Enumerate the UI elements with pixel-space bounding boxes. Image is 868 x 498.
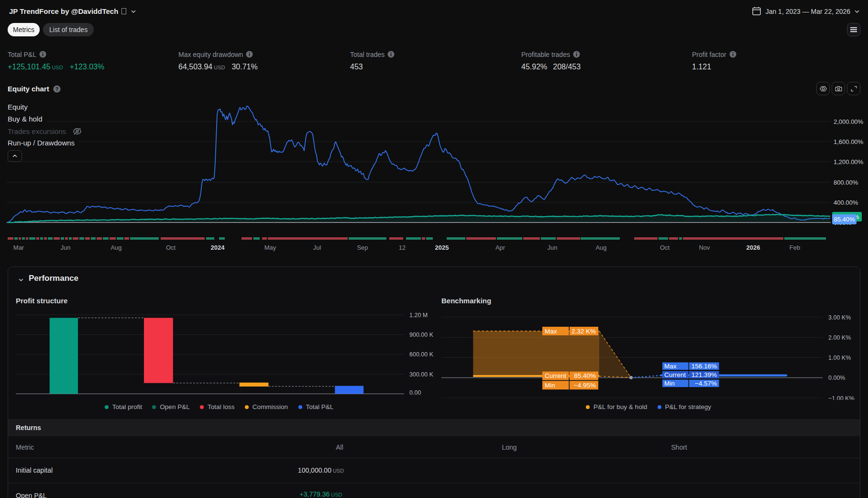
svg-text:0.00%: 0.00% xyxy=(828,375,845,381)
svg-text:Max: Max xyxy=(545,328,557,335)
svg-text:Current: Current xyxy=(545,372,566,379)
svg-text:May: May xyxy=(264,244,276,251)
svg-text:1.20 M: 1.20 M xyxy=(409,312,428,319)
svg-text:1,200.00%: 1,200.00% xyxy=(834,158,864,166)
svg-text:2,000.00%: 2,000.00% xyxy=(834,118,864,125)
svg-text:Jun: Jun xyxy=(548,244,558,251)
svg-text:Max: Max xyxy=(664,363,677,370)
svg-text:600.00 K: 600.00 K xyxy=(409,351,434,358)
svg-text:Feb: Feb xyxy=(790,244,800,251)
svg-text:121.39%: 121.39% xyxy=(692,371,717,378)
svg-text:Apr: Apr xyxy=(495,244,505,251)
svg-text:−4.95%: −4.95% xyxy=(574,382,596,389)
svg-text:85.40%: 85.40% xyxy=(834,216,855,223)
svg-text:Jul: Jul xyxy=(313,244,321,251)
svg-text:2.00 K%: 2.00 K% xyxy=(828,334,851,341)
svg-text:−4.57%: −4.57% xyxy=(695,380,717,387)
svg-text:Oct: Oct xyxy=(166,244,176,251)
svg-text:Jun: Jun xyxy=(61,244,71,251)
svg-text:Mar: Mar xyxy=(13,244,24,251)
svg-text:156.16%: 156.16% xyxy=(692,363,717,370)
svg-text:2025: 2025 xyxy=(435,244,449,251)
svg-text:Sep: Sep xyxy=(357,244,368,251)
svg-text:300.00 K: 300.00 K xyxy=(409,371,434,378)
svg-text:Aug: Aug xyxy=(595,244,606,251)
svg-text:2024: 2024 xyxy=(211,244,225,251)
svg-text:1.00 K%: 1.00 K% xyxy=(828,354,851,361)
svg-text:3.00 K%: 3.00 K% xyxy=(828,314,851,321)
svg-text:1,600.00%: 1,600.00% xyxy=(834,138,864,145)
svg-text:2.32 K%: 2.32 K% xyxy=(571,328,596,335)
svg-text:12: 12 xyxy=(399,244,406,251)
svg-text:2026: 2026 xyxy=(747,244,760,251)
svg-text:900.00 K: 900.00 K xyxy=(409,332,434,338)
svg-text:0.00: 0.00 xyxy=(409,389,421,396)
svg-text:800.00%: 800.00% xyxy=(834,179,858,186)
svg-text:?: ? xyxy=(55,86,58,91)
svg-text:Oct: Oct xyxy=(660,244,670,251)
svg-text:Min: Min xyxy=(545,382,555,389)
svg-text:Nov: Nov xyxy=(699,244,710,251)
svg-text:−1.00 K%: −1.00 K% xyxy=(828,395,855,400)
svg-text:Aug: Aug xyxy=(110,244,121,251)
svg-text:Min: Min xyxy=(664,380,675,387)
svg-text:85.40%: 85.40% xyxy=(574,372,596,379)
svg-text:Current: Current xyxy=(664,371,686,378)
svg-text:400.00%: 400.00% xyxy=(834,199,858,206)
